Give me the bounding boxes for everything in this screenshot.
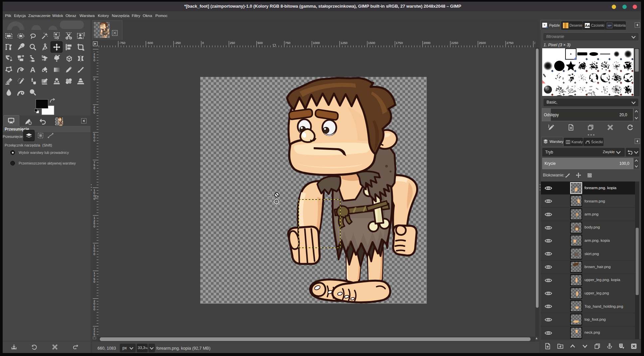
svg-text:2000: 2000 (423, 41, 430, 45)
svg-text:-250: -250 (174, 41, 181, 45)
svg-text:2500: 2500 (479, 41, 486, 45)
svg-text:0: 0 (202, 41, 204, 45)
svg-text:1500: 1500 (368, 41, 375, 45)
svg-text:Aa: Aa (585, 24, 590, 28)
svg-text:0: 0 (93, 280, 95, 283)
svg-text:-750: -750 (119, 41, 125, 45)
svg-text:0: 0 (93, 111, 95, 114)
svg-text:1000: 1000 (313, 41, 320, 45)
svg-text:-500: -500 (147, 41, 153, 45)
svg-text:A: A (30, 66, 35, 74)
svg-text:2250: 2250 (451, 41, 458, 45)
svg-text:0: 0 (93, 252, 95, 256)
svg-text:0: 0 (93, 77, 95, 81)
svg-text:0: 0 (93, 166, 95, 170)
svg-text:0: 0 (93, 307, 95, 311)
svg-text:0: 0 (93, 58, 95, 62)
svg-text:1250: 1250 (340, 41, 347, 45)
svg-text:0: 0 (93, 139, 95, 142)
svg-text:2750: 2750 (507, 41, 514, 45)
svg-text:1750: 1750 (396, 41, 403, 45)
svg-text:3000: 3000 (534, 41, 535, 45)
svg-text:750: 750 (285, 41, 290, 45)
svg-text:0: 0 (93, 197, 95, 200)
svg-text:250: 250 (230, 41, 235, 45)
svg-text:500: 500 (257, 41, 263, 45)
svg-text:0: 0 (93, 224, 95, 228)
